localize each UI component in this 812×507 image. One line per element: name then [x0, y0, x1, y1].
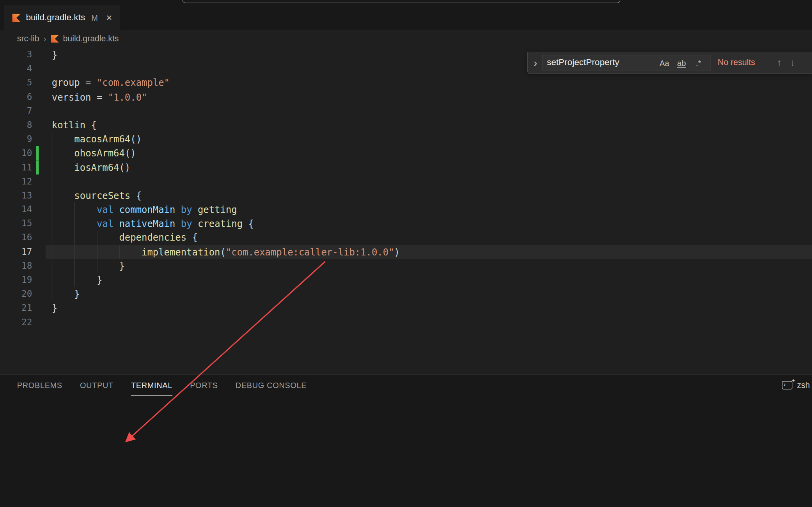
find-input-container: Aaab.* [542, 55, 711, 71]
find-option-regex[interactable]: .* [692, 57, 706, 69]
find-input[interactable] [547, 57, 656, 68]
breadcrumb-folder[interactable]: src-lib [17, 34, 39, 44]
line-number: 5 [0, 76, 32, 90]
code-line-9[interactable]: 9 macosArm64() [0, 132, 812, 146]
panel-tab-problems[interactable]: PROBLEMS [17, 375, 62, 395]
code-text: ohosArm64() [0, 146, 812, 160]
kotlin-file-icon [51, 35, 59, 43]
panel-tab-output[interactable]: OUTPUT [80, 375, 113, 395]
terminal-icon [782, 381, 792, 389]
code-text: implementation("com.example:caller-lib:1… [0, 245, 812, 259]
panel-header: PROBLEMSOUTPUTTERMINALPORTSDEBUG CONSOLE… [0, 375, 812, 395]
line-number: 11 [0, 160, 32, 174]
code-line-6[interactable]: 6version = "1.0.0" [0, 90, 812, 104]
code-text: kotlin { [0, 118, 812, 132]
code-text: } [0, 301, 812, 315]
tab-title: build.gradle.kts [26, 12, 85, 23]
line-number: 12 [0, 174, 32, 188]
git-modified-badge: M [91, 13, 98, 22]
line-number: 13 [0, 188, 32, 202]
code-text: val commonMain by getting [0, 202, 812, 216]
line-number: 20 [0, 287, 32, 301]
line-number: 19 [0, 273, 32, 287]
terminal-shell-item[interactable]: zsh [782, 375, 810, 395]
find-previous-icon[interactable]: ↑ [777, 57, 782, 68]
kotlin-file-icon [12, 13, 21, 22]
code-line-16[interactable]: 16 dependencies { [0, 230, 812, 245]
quick-input-bottom-edge [182, 0, 620, 3]
line-number: 4 [0, 62, 32, 76]
code-lines: 3}45group = "com.example"6version = "1.0… [0, 48, 812, 329]
code-line-21[interactable]: 21} [0, 301, 812, 315]
code-text: group = "com.example" [0, 76, 812, 90]
line-number: 8 [0, 118, 32, 132]
line-number: 15 [0, 216, 32, 230]
code-line-12[interactable]: 12 [0, 174, 812, 188]
line-number: 16 [0, 230, 32, 245]
find-option-match-case[interactable]: Aa [658, 57, 671, 69]
find-results-label: No results [718, 58, 768, 67]
line-number: 10 [0, 146, 32, 160]
code-line-20[interactable]: 20 } [0, 287, 812, 301]
line-number: 7 [0, 104, 32, 118]
find-next-icon[interactable]: ↓ [790, 57, 795, 68]
code-text: macosArm64() [0, 132, 812, 146]
code-text: } [0, 259, 812, 273]
shell-label: zsh [797, 381, 810, 390]
line-number: 3 [0, 48, 32, 62]
find-option-whole-word[interactable]: ab [675, 57, 688, 69]
line-number: 18 [0, 259, 32, 273]
close-icon[interactable]: × [106, 12, 112, 24]
panel-tab-terminal[interactable]: TERMINAL [131, 375, 172, 395]
code-line-19[interactable]: 19 } [0, 273, 812, 287]
code-line-7[interactable]: 7 [0, 104, 812, 118]
editor-tab-bar: build.gradle.kts M × [0, 0, 812, 30]
code-text: sourceSets { [0, 188, 812, 202]
line-number: 14 [0, 202, 32, 216]
code-text: iosArm64() [0, 160, 812, 174]
code-line-11[interactable]: 11 iosArm64() [0, 160, 812, 174]
code-line-10[interactable]: 10 ohosArm64() [0, 146, 812, 160]
line-number: 22 [0, 315, 32, 329]
code-text: val nativeMain by creating { [0, 216, 812, 230]
code-line-22[interactable]: 22 [0, 315, 812, 329]
bottom-panel: PROBLEMSOUTPUTTERMINALPORTSDEBUG CONSOLE… [0, 374, 812, 507]
code-editor[interactable]: 3}45group = "com.example"6version = "1.0… [0, 48, 812, 374]
code-line-18[interactable]: 18 } [0, 259, 812, 273]
code-line-5[interactable]: 5group = "com.example" [0, 76, 812, 90]
panel-tab-ports[interactable]: PORTS [190, 375, 218, 395]
panel-tab-debug-console[interactable]: DEBUG CONSOLE [236, 375, 307, 395]
breadcrumb: src-lib › build.gradle.kts [0, 30, 812, 48]
toggle-replace-icon[interactable]: › [531, 57, 540, 68]
line-number: 17 [0, 245, 32, 259]
code-line-17[interactable]: 17 implementation("com.example:caller-li… [0, 245, 812, 259]
find-options: Aaab.* [658, 57, 705, 69]
code-line-14[interactable]: 14 val commonMain by getting [0, 202, 812, 216]
code-text: dependencies { [0, 230, 812, 245]
line-number: 6 [0, 90, 32, 104]
line-number: 21 [0, 301, 32, 315]
tab-build-gradle-kts[interactable]: build.gradle.kts M × [4, 5, 120, 30]
code-line-8[interactable]: 8kotlin { [0, 118, 812, 132]
code-line-15[interactable]: 15 val nativeMain by creating { [0, 216, 812, 230]
code-text: version = "1.0.0" [0, 90, 812, 104]
vscode-window: build.gradle.kts M × src-lib › build.gra… [0, 0, 812, 507]
code-text: } [0, 273, 812, 287]
find-widget: › Aaab.* No results ↑ ↓ [527, 52, 812, 74]
chevron-right-icon: › [43, 34, 46, 44]
code-text: } [0, 287, 812, 301]
panel-tabs: PROBLEMSOUTPUTTERMINALPORTSDEBUG CONSOLE [17, 375, 324, 395]
line-number: 9 [0, 132, 32, 146]
breadcrumb-file[interactable]: build.gradle.kts [63, 34, 119, 44]
code-line-13[interactable]: 13 sourceSets { [0, 188, 812, 202]
